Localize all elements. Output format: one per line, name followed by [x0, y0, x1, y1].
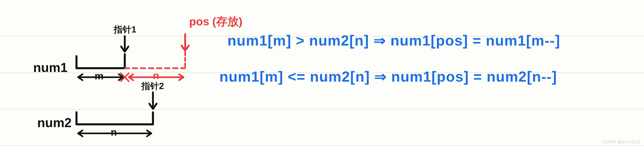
- ptr2-label: 指针2: [141, 80, 164, 92]
- num2-label: num2: [37, 115, 72, 130]
- formula-2: num1[m] <= num2[n] ⇒ num1[pos] = num2[n-…: [219, 68, 557, 85]
- watermark: CSDN @xxx2013: [602, 139, 640, 145]
- pos-label: pos (存放): [189, 14, 242, 29]
- n-label-bottom: n: [111, 126, 117, 138]
- notebook-page: num1 num2 指针1 指针2 pos (存放) m n n num1[m]…: [0, 0, 644, 146]
- ptr1-label: 指针1: [114, 24, 136, 35]
- m-label: m: [94, 70, 104, 82]
- num1-label: num1: [33, 60, 68, 75]
- n-label-top: n: [153, 70, 159, 81]
- formula-1: num1[m] > num2[n] ⇒ num1[pos] = num1[m--…: [228, 32, 560, 49]
